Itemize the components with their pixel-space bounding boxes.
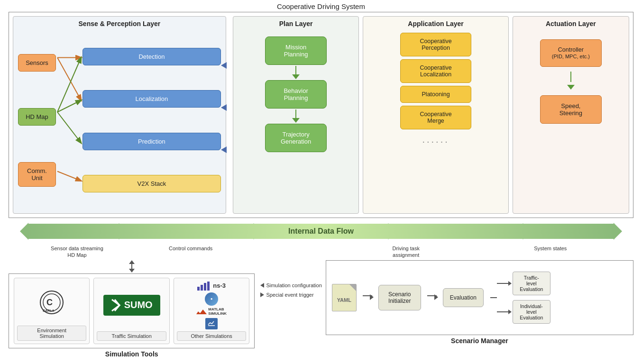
sensor-data-label: Sensor data streamingHD Map bbox=[51, 245, 103, 259]
carla-svg: C CARLA bbox=[39, 290, 65, 315]
sim-config-label: Simulation configuration bbox=[260, 282, 321, 288]
flow-label: Internal Data Flow bbox=[288, 227, 354, 236]
plan-inner: MissionPlanning BehaviorPlanning Traject… bbox=[233, 30, 359, 213]
platooning-box: Platooning bbox=[400, 86, 471, 103]
scenario-header: Driving taskassignment System states bbox=[326, 245, 633, 259]
sim-vert-arrow-left bbox=[129, 260, 135, 273]
carla-tool: C CARLA EnvironmentSimulation bbox=[14, 278, 90, 344]
detection-box: Detection bbox=[83, 48, 221, 65]
top-section: Sense & Perception Layer Sensors HD Map … bbox=[9, 12, 633, 218]
app-layer: Application Layer CooperativePerception … bbox=[363, 16, 508, 214]
behavior-planning-box: BehaviorPlanning bbox=[265, 80, 327, 109]
act-layer-title: Actuation Layer bbox=[513, 17, 629, 30]
scenario-manager-panel: Driving taskassignment System states YAM… bbox=[326, 245, 633, 345]
sense-layer: Sense & Perception Layer Sensors HD Map … bbox=[13, 16, 226, 214]
sense-left-col: Sensors HD Map Comm.Unit bbox=[18, 32, 56, 209]
flow-arrow: Internal Data Flow bbox=[28, 224, 615, 239]
prediction-box: Prediction bbox=[83, 133, 221, 150]
app-inner: CooperativePerception CooperativeLocaliz… bbox=[363, 30, 508, 213]
sensors-box: Sensors bbox=[18, 54, 56, 72]
sim-tools-panel: Sensor data streamingHD Map Control comm… bbox=[9, 245, 255, 345]
evaluation-box: Evaluation bbox=[443, 288, 484, 307]
system-states-label: System states bbox=[534, 245, 567, 259]
other-label: Other Simulations bbox=[177, 331, 246, 341]
yaml-icon: YAML bbox=[332, 284, 357, 311]
data-flow-section: Internal Data Flow bbox=[9, 218, 633, 244]
svg-rect-10 bbox=[197, 287, 200, 291]
speed-steering-box: Speed,Steering bbox=[540, 95, 602, 124]
chart-icon bbox=[207, 320, 216, 328]
v2x-box: V2X Stack bbox=[83, 175, 221, 192]
driving-task-label: Driving taskassignment bbox=[392, 245, 419, 259]
svg-text:CARLA: CARLA bbox=[43, 309, 55, 312]
svg-text:C: C bbox=[46, 298, 53, 307]
mission-planning-box: MissionPlanning bbox=[265, 36, 327, 65]
trajectory-gen-box: TrajectoryGeneration bbox=[265, 124, 327, 152]
coop-merge-box: CooperativeMerge bbox=[400, 106, 471, 129]
main-title: Cooperative Driving System bbox=[0, 0, 642, 12]
svg-rect-13 bbox=[207, 282, 210, 291]
scenario-box: YAML ScenarioInitializer Evaluation bbox=[326, 260, 633, 335]
app-layer-title: Application Layer bbox=[363, 17, 508, 30]
hdmap-box: HD Map bbox=[18, 108, 56, 126]
special-event-label: Special event trigger bbox=[260, 292, 321, 298]
sim-config-area: Simulation configuration Special event t… bbox=[255, 245, 325, 345]
other-tool: ns-3 ● MATLABSIMULINK bbox=[174, 278, 249, 344]
scenario-manager-title: Scenario Manager bbox=[326, 337, 633, 345]
yaml-container: YAML bbox=[332, 284, 357, 311]
coop-localization-box: CooperativeLocalization bbox=[400, 59, 471, 83]
plan-layer-title: Plan Layer bbox=[233, 17, 359, 30]
controller-box: Controller(PID, MPC, etc.) bbox=[540, 39, 602, 67]
comm-box: Comm.Unit bbox=[18, 162, 56, 187]
localization-box: Localization bbox=[83, 90, 221, 108]
individual-eval-box: Individual-levelEvaluation bbox=[513, 300, 550, 324]
plan-layer: Plan Layer MissionPlanning BehaviorPlann… bbox=[233, 16, 359, 214]
page-container: Cooperative Driving System Sense & Perce… bbox=[0, 0, 642, 364]
app-dots: ...... bbox=[422, 134, 449, 145]
svg-rect-11 bbox=[201, 285, 203, 291]
act-inner: Controller(PID, MPC, etc.) Speed,Steerin… bbox=[513, 30, 629, 213]
plan-to-sense-arrows bbox=[221, 30, 227, 213]
act-layer: Actuation Layer Controller(PID, MPC, etc… bbox=[513, 16, 629, 214]
sense-plan-connector bbox=[228, 12, 231, 218]
sumo-chevron bbox=[111, 299, 121, 312]
control-cmd-label: Control commands bbox=[169, 245, 212, 259]
traffic-eval-box: Traffic-levelEvaluation bbox=[513, 272, 550, 295]
sumo-logo: SUMO bbox=[103, 281, 160, 329]
carla-logo: C CARLA bbox=[39, 281, 65, 324]
sim-tools-title: Simulation Tools bbox=[9, 350, 255, 358]
carla-label: EnvironmentSimulation bbox=[17, 326, 86, 341]
sense-right-col: Detection Localization Prediction V2X St… bbox=[59, 32, 221, 209]
sim-tools-box: C CARLA EnvironmentSimulation bbox=[9, 273, 255, 348]
other-logos: ns-3 ● MATLABSIMULINK bbox=[196, 281, 227, 329]
sumo-label: Traffic Simulation bbox=[97, 331, 166, 341]
scenario-initializer-box: ScenarioInitializer bbox=[378, 285, 421, 310]
matlab-logo bbox=[196, 308, 207, 316]
ns3-bars bbox=[197, 281, 211, 291]
sumo-tool: SUMO Traffic Simulation bbox=[93, 278, 169, 344]
svg-rect-12 bbox=[204, 283, 206, 291]
sim-tools-header: Sensor data streamingHD Map Control comm… bbox=[9, 245, 255, 259]
coop-perception-box: CooperativePerception bbox=[400, 33, 471, 56]
bottom-section: Sensor data streamingHD Map Control comm… bbox=[9, 245, 633, 345]
sense-layer-title: Sense & Perception Layer bbox=[13, 17, 226, 30]
